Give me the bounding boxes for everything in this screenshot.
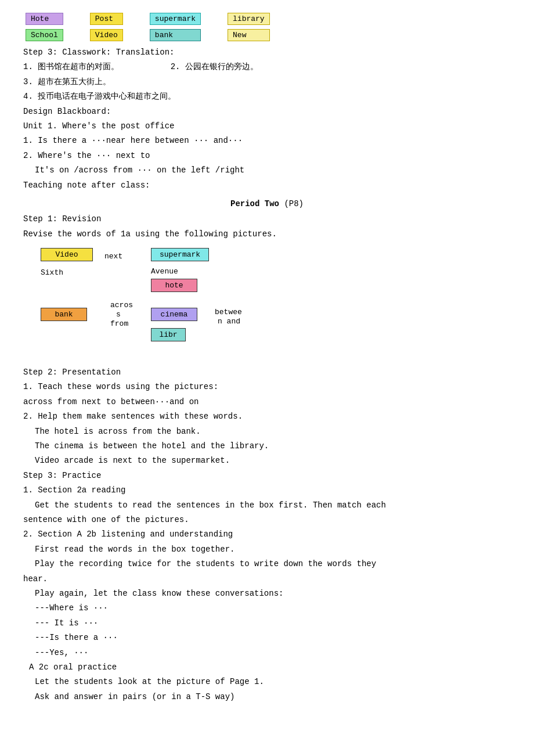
step2-sub1: 1. Teach these words using the pictures: (23, 380, 511, 393)
diagram-cinema: cinema (151, 308, 197, 321)
step3-play1: Play again, let the class know these con… (35, 587, 511, 600)
diagram-supermark: supermark (151, 248, 209, 261)
step2-words: across from next to between···and on (23, 395, 511, 408)
grammar-line-3: It's on /across from ··· on the left /ri… (35, 164, 511, 177)
step3-listen2: Play the recording twice for the student… (35, 557, 511, 570)
chinese-line-2: 3. 超市在第五大街上。 (23, 75, 511, 88)
step3-sub1: 1. Section 2a reading (23, 484, 511, 496)
word-box-school: School (26, 29, 63, 41)
grammar-line-2: 2. Where's the ··· next to (23, 149, 511, 162)
diagram-from: from (110, 319, 128, 328)
diagram-sixth: Sixth (41, 268, 63, 277)
step3-desc2: sentence with one of the pictures. (23, 513, 511, 526)
word-box-post: Post (90, 13, 123, 25)
period-two-subtitle: (P8) (284, 199, 304, 208)
period-two-diagram: Video next supermark Sixth Avenue hote a… (35, 245, 383, 361)
diagram-avenue: Avenue (151, 267, 178, 276)
step3-sub2: 2. Section A 2b listening and understand… (23, 528, 511, 541)
step3-listen1: First read the words in the box together… (35, 543, 511, 556)
chinese-line-3: 4. 投币电话在电子游戏中心和超市之间。 (23, 90, 511, 103)
box-group-1: Hote School (23, 12, 66, 42)
step2-sentence2: The cinema is between the hotel and the … (35, 440, 511, 452)
grammar-line-1: 1. Is there a ···near here between ··· a… (23, 134, 511, 147)
box-group-2: Post Video (88, 12, 125, 42)
step2-sentence3: Video arcade is next to the supermarket. (35, 454, 511, 467)
chinese-1-col2: 2. 公园在银行的旁边。 (171, 62, 258, 71)
step3-conv2: --- It is ··· (35, 617, 511, 629)
diagram-bank: bank (41, 308, 87, 321)
diagram-acros: acros (110, 301, 133, 309)
step2-sub2: 2. Help them make sentences with these w… (23, 410, 511, 423)
teaching-note: Teaching note after class: (23, 179, 511, 192)
design-blackboard: Design Blackboard: (23, 105, 511, 118)
period-two-title: Period Two (230, 199, 279, 208)
chinese-line-1: 1. 图书馆在超市的对面。 2. 公园在银行的旁边。 (23, 60, 511, 73)
word-box-new: New (228, 29, 270, 41)
diagram-libr: libr (151, 328, 186, 341)
chinese-1-col1: 1. 图书馆在超市的对面。 (23, 62, 119, 71)
diagram-video: Video (41, 248, 93, 261)
step3-conv3: ---Is there a ··· (35, 631, 511, 644)
step3-2c-desc1: Let the students look at the picture of … (35, 675, 511, 688)
step1-label: Step 1: Revision (23, 213, 511, 225)
top-word-boxes: Hote School Post Video supermark bank li… (23, 12, 511, 42)
step2-label: Step 2: Presentation (23, 366, 511, 379)
step3-conv4: ---Yes, ··· (35, 646, 511, 659)
step3-desc1: Get the students to read the sentences i… (35, 499, 511, 512)
box-group-3: supermark bank (147, 12, 203, 42)
period-two-heading: Period Two (P8) (23, 197, 511, 210)
word-box-library: library (228, 13, 270, 25)
step3-conv1: ---Where is ··· (35, 602, 511, 614)
word-box-video: Video (90, 29, 123, 41)
word-box-hote: Hote (26, 13, 63, 25)
step1-desc: Revise the words of 1a using the followi… (23, 228, 511, 240)
box-group-4: library New (225, 12, 272, 42)
step3-listen3: hear. (23, 573, 511, 585)
diagram-hote: hote (151, 279, 197, 292)
word-box-supermark: supermark (150, 13, 201, 25)
diagram-next: next (104, 252, 122, 261)
step3-label: Step 3: Practice (23, 469, 511, 482)
diagram-between-1: betwee (215, 308, 242, 316)
step3-2c-desc2: Ask and answer in pairs (or in a T-S way… (35, 690, 511, 703)
boxes-row-container: Hote School Post Video supermark bank li… (23, 12, 511, 42)
diagram-between-2: n and (218, 317, 240, 326)
step2-sentence1: The hotel is across from the bank. (35, 425, 511, 438)
word-box-bank: bank (150, 29, 201, 41)
step3-classwork-label: Step 3: Classwork: Translation: (23, 46, 511, 59)
diagram-s: s (116, 310, 121, 319)
step3-2c: A 2c oral practice (29, 661, 511, 674)
unit-line: Unit 1. Where's the post office (23, 120, 511, 132)
